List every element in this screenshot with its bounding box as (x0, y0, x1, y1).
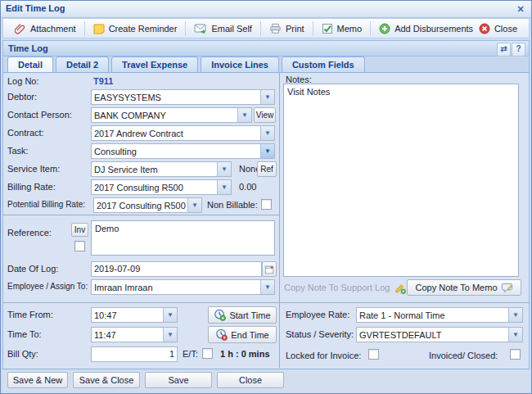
email-self-label: Email Self (211, 24, 252, 34)
time-from-value: 10:47 (92, 310, 163, 320)
save-button[interactable]: Save (145, 372, 212, 388)
service-item-combo[interactable]: DJ Service Item ▼ (91, 161, 232, 177)
service-item-label: Service Item: (7, 164, 60, 174)
tab-detail-2[interactable]: Detail 2 (56, 57, 109, 72)
refresh-button[interactable]: ⇄ (497, 43, 511, 57)
chevron-down-icon: ▼ (237, 108, 251, 122)
task-label: Task: (7, 146, 29, 156)
reference-textarea[interactable]: Demo (91, 220, 275, 256)
panel-title: Time Log (8, 43, 48, 53)
inv-button[interactable]: Inv (71, 223, 88, 237)
chevron-down-icon: ▼ (260, 144, 274, 158)
edit-time-log-window: Edit Time Log ✕ Attachment Create Remind… (0, 0, 532, 394)
contact-person-label: Contact Person: (7, 110, 72, 120)
non-billable-label: Non Billable: (207, 200, 258, 210)
memo-button[interactable]: Memo (315, 20, 369, 37)
debtor-combo[interactable]: EASYSYSTEMS ▼ (91, 89, 275, 105)
contact-person-value: BANK COMPANY (92, 111, 237, 120)
create-reminder-button[interactable]: Create Reminder (87, 20, 184, 37)
task-value: Consulting (92, 147, 260, 156)
help-button[interactable]: ? (512, 43, 525, 57)
et-checkbox[interactable] (202, 348, 213, 359)
bill-qty-label: Bill Qty: (7, 349, 38, 359)
employee-assign-combo[interactable]: Imraan Imraan ▼ (91, 279, 275, 295)
email-self-button[interactable]: Email Self (187, 20, 259, 37)
log-no-label: Log No: (7, 76, 39, 86)
billing-rate-label: Billing Rate: (7, 182, 56, 192)
save-and-close-button[interactable]: Save & Close (73, 372, 140, 388)
column-divider (279, 73, 280, 368)
locked-for-invoice-checkbox[interactable] (368, 349, 379, 360)
print-button[interactable]: Print (263, 20, 311, 37)
sticky-note-icon (93, 23, 105, 34)
close-circle-icon (479, 23, 490, 34)
chevron-down-icon: ▼ (260, 126, 274, 140)
employee-rate-label: Employee Rate: (286, 310, 349, 319)
save-and-new-button[interactable]: Save & New (7, 372, 68, 388)
billing-rate-amount: 0.00 (239, 182, 256, 192)
end-time-button[interactable]: End Time (208, 326, 277, 343)
billing-rate-combo[interactable]: 2017 Consulting R500 ▼ (91, 179, 232, 195)
chevron-down-icon: ▼ (260, 90, 274, 104)
reference-label: Reference: (7, 228, 52, 238)
bill-qty-input[interactable]: 1 (91, 346, 178, 362)
help-icon: ? (516, 43, 521, 55)
duration-text: 1 h : 0 mins (220, 349, 270, 359)
chevron-down-icon: ▼ (217, 180, 231, 194)
tab-custom-fields[interactable]: Custom Fields (282, 57, 365, 72)
date-picker-button[interactable] (262, 261, 277, 277)
view-button[interactable]: View (254, 107, 276, 123)
section-divider (2, 302, 530, 303)
window-close-button[interactable]: ✕ (514, 2, 527, 16)
tab-strip: Detail Detail 2 Travel Expense Invoice L… (2, 57, 530, 73)
contract-combo[interactable]: 2017 Andrew Contract ▼ (91, 125, 275, 141)
toolbar-close-button[interactable]: Close (472, 20, 524, 37)
potential-billing-rate-combo[interactable]: 2017 Consulting R500 ▼ (93, 197, 202, 213)
toolbar-separator (370, 21, 371, 36)
debtor-value: EASYSYSTEMS (92, 93, 260, 102)
pencil-add-icon (394, 282, 406, 294)
locked-for-invoice-label: Locked for Invoice: (286, 351, 361, 360)
billing-rate-value: 2017 Consulting R500 (92, 183, 217, 192)
contract-value: 2017 Andrew Contract (92, 129, 260, 138)
speech-bubble-pencil-icon (501, 283, 513, 293)
notes-textarea[interactable]: Visit Notes (283, 84, 519, 277)
ref-button[interactable]: Ref (257, 161, 277, 177)
status-severity-value: GVRTESTDEFAULT (357, 330, 508, 340)
employee-rate-combo[interactable]: Rate 1 - Normal Time ▼ (356, 307, 523, 323)
time-to-label: Time To: (7, 329, 42, 339)
title-bar: Edit Time Log ✕ (1, 1, 531, 18)
toolbar-close-label: Close (494, 24, 517, 34)
add-disbursements-label: Add Disbursements (394, 24, 473, 34)
debtor-label: Debtor: (7, 92, 37, 102)
start-time-button[interactable]: Start Time (208, 306, 277, 324)
chevron-down-icon: ▼ (508, 328, 522, 342)
time-to-combo[interactable]: 11:47 ▼ (91, 327, 178, 342)
memo-label: Memo (337, 24, 363, 34)
status-severity-label: Status / Severity: (286, 329, 354, 339)
log-no-value: T911 (93, 76, 113, 86)
copy-note-memo-button[interactable]: Copy Note To Memo (407, 279, 521, 296)
print-label: Print (286, 24, 304, 34)
time-to-value: 11:47 (92, 330, 163, 340)
employee-rate-value: Rate 1 - Normal Time (357, 310, 508, 320)
task-combo[interactable]: Consulting ▼ (91, 143, 275, 159)
non-billable-checkbox[interactable] (261, 199, 272, 210)
attachment-label: Attachment (30, 24, 76, 34)
reference-checkbox[interactable] (74, 241, 85, 251)
date-of-log-input[interactable]: 2019-07-09 (91, 261, 262, 277)
copy-note-support-button[interactable]: Copy Note To Support Log (284, 280, 406, 295)
clock-end-icon (215, 328, 228, 341)
status-severity-combo[interactable]: GVRTESTDEFAULT ▼ (356, 327, 523, 342)
time-from-combo[interactable]: 10:47 ▼ (91, 307, 178, 323)
contact-person-combo[interactable]: BANK COMPANY ▼ (91, 107, 252, 123)
attachment-button[interactable]: Attachment (8, 20, 83, 37)
tab-detail[interactable]: Detail (7, 57, 53, 72)
tab-invoice-lines[interactable]: Invoice Lines (201, 57, 279, 72)
window-title: Edit Time Log (6, 3, 65, 13)
printer-icon (269, 23, 282, 34)
tab-travel-expense[interactable]: Travel Expense (111, 57, 198, 72)
add-disbursements-button[interactable]: Add Disbursements (372, 20, 480, 37)
close-button[interactable]: Close (217, 372, 284, 388)
invoiced-closed-checkbox[interactable] (510, 349, 521, 360)
